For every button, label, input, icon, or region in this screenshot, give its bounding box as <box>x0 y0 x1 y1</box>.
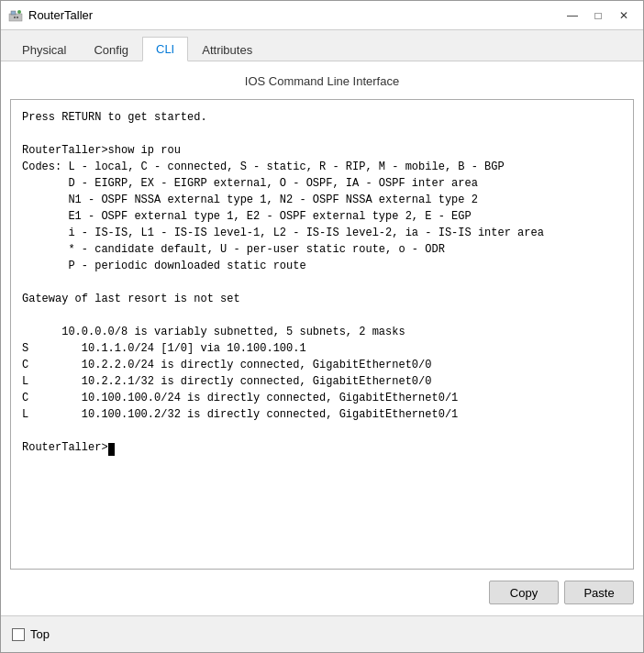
svg-rect-4 <box>17 17 18 18</box>
app-icon <box>8 8 23 23</box>
title-bar-left: RouterTaller <box>8 8 93 23</box>
tab-config[interactable]: Config <box>80 38 142 61</box>
top-label: Top <box>30 627 50 641</box>
terminal-container: Press RETURN to get started. RouterTalle… <box>10 99 634 570</box>
bottom-bar: Top <box>1 615 643 652</box>
terminal-scroll[interactable]: Press RETURN to get started. RouterTalle… <box>11 100 633 569</box>
close-button[interactable]: ✕ <box>612 6 636 26</box>
terminal-cursor <box>108 443 115 456</box>
terminal-output: Press RETURN to get started. RouterTalle… <box>22 109 622 456</box>
svg-point-2 <box>17 10 21 14</box>
top-checkbox[interactable] <box>12 628 25 641</box>
minimize-button[interactable]: — <box>561 6 584 26</box>
app-title: RouterTaller <box>28 8 93 22</box>
svg-rect-3 <box>14 17 16 18</box>
content-area: IOS Command Line Interface Press RETURN … <box>1 61 643 615</box>
copy-button[interactable]: Copy <box>489 581 559 604</box>
tab-physical[interactable]: Physical <box>8 38 80 61</box>
tabs-bar: Physical Config CLI Attributes <box>1 30 643 61</box>
maximize-button[interactable]: □ <box>586 6 610 26</box>
title-bar: RouterTaller — □ ✕ <box>1 1 643 30</box>
title-bar-controls: — □ ✕ <box>561 6 636 26</box>
svg-rect-1 <box>11 11 16 15</box>
tab-attributes[interactable]: Attributes <box>188 38 266 61</box>
buttons-row: Copy Paste <box>10 577 634 606</box>
paste-button[interactable]: Paste <box>564 581 634 604</box>
tab-cli[interactable]: CLI <box>142 37 188 61</box>
section-title: IOS Command Line Interface <box>10 71 634 92</box>
main-window: RouterTaller — □ ✕ Physical Config CLI A… <box>0 0 644 653</box>
